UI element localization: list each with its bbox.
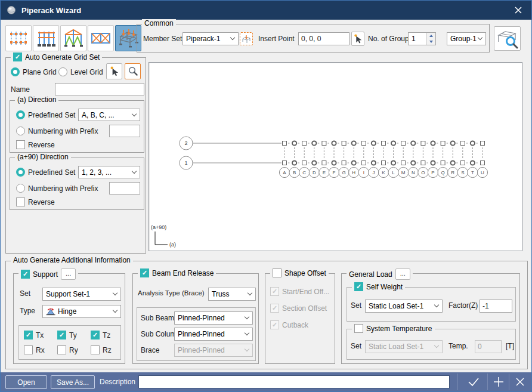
self-weight-checkbox[interactable] bbox=[354, 282, 363, 291]
save-as-button[interactable]: Save As... bbox=[51, 375, 95, 389]
grid-preview-canvas[interactable]: 21ABCDEFGHIJKLMNOPQRSTU(a+90)(a) bbox=[149, 62, 522, 251]
factor-z-label: Factor(Z) bbox=[449, 301, 478, 310]
a90-numbering-radio[interactable]: Numbering with Prefix bbox=[16, 184, 98, 193]
tool-portal-frame-button[interactable] bbox=[60, 25, 86, 51]
support-set-value: Support Set-1 bbox=[46, 290, 90, 298]
self-weight-legend: Self Weight bbox=[352, 282, 405, 291]
app-icon bbox=[7, 5, 16, 15]
shape-offset-checkbox[interactable] bbox=[273, 268, 282, 277]
tool-braced-frame-button[interactable] bbox=[88, 25, 114, 51]
cutback-checkbox bbox=[270, 320, 279, 329]
magnifier-icon bbox=[127, 66, 138, 77]
member-set-select[interactable]: Piperack-1 bbox=[183, 32, 239, 45]
release-rows-box: Sub Beam Pinned-Pinned Sub Column Pinned… bbox=[137, 307, 256, 361]
support-more-button[interactable]: ... bbox=[61, 268, 76, 280]
self-weight-set-select[interactable]: Static Load Set-1 bbox=[365, 300, 443, 313]
start-end-offset-checkbox bbox=[270, 287, 279, 296]
svg-text:J: J bbox=[372, 170, 375, 175]
add-button[interactable] bbox=[490, 376, 508, 388]
beam-end-release-checkbox[interactable] bbox=[140, 268, 149, 277]
level-grid-radio[interactable]: Level Grid bbox=[58, 67, 103, 76]
a-reverse-label: Reverse bbox=[28, 141, 55, 149]
a90-reverse-checkbox-row[interactable]: Reverse bbox=[16, 197, 55, 206]
preview-button[interactable] bbox=[494, 26, 521, 51]
braced-frame-icon bbox=[90, 27, 112, 49]
insert-point-input[interactable] bbox=[298, 32, 349, 45]
stepper-up-button[interactable] bbox=[427, 33, 435, 39]
additional-info-title: Auto Generate Additional Information bbox=[13, 256, 131, 264]
section-offset-label: Section Offset bbox=[282, 304, 327, 313]
group-select[interactable]: Group-1 bbox=[447, 32, 486, 45]
apply-button[interactable] bbox=[465, 376, 482, 388]
chevron-down-icon bbox=[434, 303, 439, 307]
support-checkbox[interactable] bbox=[21, 270, 30, 279]
svg-text:U: U bbox=[481, 170, 484, 175]
plane-grid-radio[interactable]: Plane Grid bbox=[11, 67, 57, 76]
svg-text:G: G bbox=[342, 170, 345, 175]
a-predefined-set-select[interactable]: A, B, C, ... bbox=[78, 109, 140, 121]
dof-ty[interactable]: Ty bbox=[57, 331, 77, 339]
grid-preview-button[interactable] bbox=[125, 63, 141, 79]
analysis-type-label: Analysis Type (Brace) bbox=[138, 289, 205, 297]
a-reverse-checkbox-row[interactable]: Reverse bbox=[16, 140, 55, 149]
sub-column-select[interactable]: Pinned-Pinned bbox=[174, 328, 253, 341]
support-set-select[interactable]: Support Set-1 bbox=[42, 288, 121, 301]
shape-offset-legend: Shape Offset bbox=[270, 268, 329, 277]
start-end-offset-row: Start/End Off... bbox=[270, 287, 329, 296]
analysis-type-select[interactable]: Truss bbox=[208, 288, 256, 301]
insert-point-pick-button[interactable] bbox=[351, 32, 364, 46]
hinge-support-icon bbox=[46, 307, 55, 316]
analysis-type-value: Truss bbox=[212, 290, 230, 298]
a90-predefined-set-select[interactable]: 1, 2, 3, ... bbox=[78, 166, 140, 178]
cutback-row: Cutback bbox=[270, 320, 308, 329]
piperack-3d-icon bbox=[117, 27, 139, 49]
shape-offset-title: Shape Offset bbox=[284, 269, 326, 277]
sub-beam-select[interactable]: Pinned-Pinned bbox=[174, 311, 253, 325]
auto-generate-grid-set-checkbox[interactable] bbox=[13, 53, 22, 61]
dof-rz[interactable]: Rz bbox=[91, 345, 112, 354]
general-load-more-button[interactable]: ... bbox=[395, 268, 410, 280]
stepper-down-button[interactable] bbox=[427, 39, 435, 45]
dof-ry[interactable]: Ry bbox=[57, 345, 78, 354]
grid-pick-button[interactable] bbox=[106, 63, 122, 79]
dof-tz[interactable]: Tz bbox=[91, 331, 110, 339]
a90-predefined-radio-icon bbox=[16, 168, 25, 177]
tool-point-grid-button[interactable] bbox=[5, 25, 32, 51]
chevron-down-icon bbox=[132, 168, 137, 173]
a-numbering-radio[interactable]: Numbering with Prefix bbox=[16, 126, 98, 135]
beam-end-release-legend: Beam End Release bbox=[138, 268, 216, 277]
a90-prefix-input[interactable] bbox=[109, 182, 140, 195]
chevron-down-icon bbox=[245, 331, 249, 335]
open-button[interactable]: Open bbox=[5, 375, 47, 389]
temp-unit-label: [T] bbox=[506, 342, 514, 350]
no-of-group-stepper[interactable]: 1 bbox=[408, 32, 436, 45]
section-offset-checkbox bbox=[270, 304, 279, 313]
support-type-select[interactable]: Hinge bbox=[42, 305, 121, 318]
sub-beam-label: Sub Beam bbox=[141, 314, 174, 322]
system-temperature-group: System Temperature Set Static Load Set-1… bbox=[347, 329, 516, 360]
a90-predefined-set-radio[interactable]: Predefined Set bbox=[16, 168, 75, 177]
close-icon[interactable] bbox=[514, 5, 523, 15]
svg-text:(a+90): (a+90) bbox=[151, 224, 166, 230]
cancel-button[interactable] bbox=[511, 376, 529, 388]
general-load-legend: General Load ... bbox=[347, 268, 413, 280]
a-prefix-input[interactable] bbox=[109, 125, 140, 137]
dof-tx[interactable]: Tx bbox=[24, 331, 44, 339]
description-input[interactable] bbox=[138, 375, 450, 388]
member-pick-button[interactable] bbox=[240, 32, 253, 45]
factor-z-input[interactable] bbox=[480, 300, 512, 313]
footer-divider bbox=[487, 374, 488, 390]
tool-plane-frame-button[interactable] bbox=[33, 25, 59, 51]
system-temperature-checkbox[interactable] bbox=[354, 324, 363, 333]
dof-rx[interactable]: Rx bbox=[24, 345, 45, 354]
general-load-title: General Load bbox=[349, 270, 392, 279]
additional-info-legend: Auto Generate Additional Information bbox=[11, 256, 133, 264]
system-temperature-title: System Temperature bbox=[366, 325, 432, 333]
stepper-arrows bbox=[426, 33, 435, 45]
chevron-down-icon bbox=[113, 308, 117, 313]
name-input[interactable] bbox=[55, 83, 144, 95]
rz-checkbox bbox=[91, 345, 100, 354]
member-set-value: Piperack-1 bbox=[186, 35, 220, 43]
a-predefined-set-radio[interactable]: Predefined Set bbox=[16, 110, 75, 119]
no-of-group-value: 1 bbox=[409, 35, 426, 43]
